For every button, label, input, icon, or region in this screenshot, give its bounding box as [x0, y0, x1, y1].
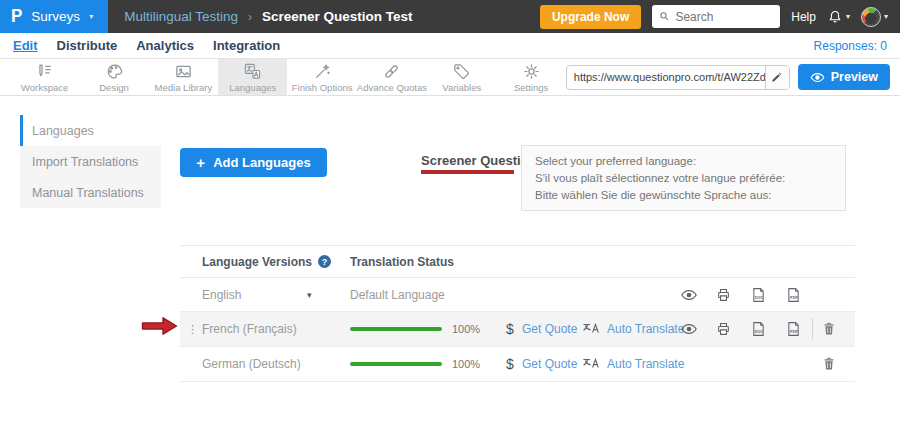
toolbar-item-settings[interactable]: Settings: [496, 59, 565, 95]
svg-text:PDF: PDF: [790, 294, 798, 299]
svg-text:PDF: PDF: [790, 329, 798, 334]
language-name: German (Deutsch): [202, 357, 301, 371]
tag-icon: [452, 62, 471, 81]
languages-page: Languages Import Translations Manual Tra…: [0, 96, 900, 440]
questionpro-logo: P: [11, 6, 22, 27]
toolbar-item-workspace[interactable]: Workspace: [10, 59, 79, 95]
preview-button[interactable]: Preview: [798, 64, 890, 90]
print-icon[interactable]: [715, 286, 732, 303]
translation-progress-bar: [350, 362, 442, 366]
translate-icon[interactable]: [582, 357, 602, 372]
design-palette-icon: [105, 62, 124, 81]
breadcrumb: Multilingual Testing › Screener Question…: [124, 9, 412, 24]
get-quote-link[interactable]: Get Quote: [522, 322, 577, 336]
translate-icon[interactable]: [582, 322, 602, 337]
export-pdf-icon[interactable]: PDF: [785, 320, 802, 338]
breadcrumb-survey-name: Screener Question Test: [262, 9, 413, 24]
svg-text:DOC: DOC: [755, 294, 764, 299]
help-question-icon[interactable]: ?: [318, 255, 331, 268]
sidebar-item-languages[interactable]: Languages: [20, 115, 161, 146]
toolbar-item-finish-options[interactable]: Finish Options: [287, 59, 356, 95]
table-row-french: ⋮⋮ French (Français) 100% $ Get Quote Au…: [180, 312, 855, 347]
product-name: Surveys: [31, 9, 80, 24]
breadcrumb-survey-folder[interactable]: Multilingual Testing: [124, 9, 238, 24]
dollar-icon[interactable]: $: [506, 356, 514, 372]
chevron-down-icon[interactable]: ▾: [307, 290, 312, 300]
svg-text:DOC: DOC: [755, 329, 764, 334]
bell-icon: [827, 9, 843, 25]
auto-translate-link[interactable]: Auto Translate: [607, 357, 684, 371]
toolbar-item-variables[interactable]: Variables: [427, 59, 496, 95]
prompt-line-fr: S'il vous plaît sélectionnez votre langu…: [535, 170, 832, 187]
get-quote-link[interactable]: Get Quote: [522, 357, 577, 371]
tab-analytics[interactable]: Analytics: [136, 38, 194, 53]
languages-icon: [243, 62, 262, 81]
gear-icon: [522, 62, 541, 81]
table-row-english: English ▾ Default Language DOC PDF: [180, 278, 855, 312]
red-underline-annotation: [421, 170, 514, 174]
eye-icon: [810, 71, 825, 84]
magic-wand-icon: [313, 62, 332, 81]
translation-progress-bar: [350, 327, 442, 331]
responses-count[interactable]: Responses: 0: [814, 39, 887, 53]
default-language-label: Default Language: [350, 288, 445, 302]
toolbar-item-media-library[interactable]: Media Library: [149, 59, 218, 95]
export-doc-icon[interactable]: DOC: [750, 286, 767, 304]
toolbar-item-languages[interactable]: Languages: [218, 59, 287, 95]
edit-toolbar: Workspace Design Media Library: [0, 59, 900, 96]
tab-integration[interactable]: Integration: [213, 38, 280, 53]
translation-percent: 100%: [452, 323, 480, 335]
chevron-down-icon: ▾: [89, 13, 93, 21]
avatar: [861, 7, 881, 27]
chevron-down-icon: ▾: [846, 13, 850, 21]
language-select-preview: Select your preferred language: S'il vou…: [521, 145, 846, 211]
preview-language-icon[interactable]: [680, 288, 698, 302]
language-name[interactable]: English: [202, 288, 241, 302]
prompt-line-de: Bitte wählen Sie die gewünschte Sprache …: [535, 187, 832, 204]
survey-url[interactable]: https://www.questionpro.com/t/AW22Zd50: [567, 71, 765, 83]
dollar-icon[interactable]: $: [506, 321, 514, 337]
add-languages-button[interactable]: + Add Languages: [180, 148, 327, 177]
column-translation-status: Translation Status: [350, 255, 454, 269]
sidebar-item-manual-translations[interactable]: Manual Translations: [20, 177, 161, 208]
edit-url-button[interactable]: [765, 66, 789, 89]
auto-translate-link[interactable]: Auto Translate: [607, 322, 684, 336]
global-search[interactable]: [652, 5, 780, 28]
toolbar-item-advance-quotas[interactable]: Advance Quotas: [357, 59, 427, 95]
translation-percent: 100%: [452, 358, 480, 370]
print-icon[interactable]: [715, 321, 732, 338]
upgrade-now-button[interactable]: Upgrade Now: [540, 5, 641, 29]
tab-distribute[interactable]: Distribute: [57, 38, 118, 53]
chain-links-icon: [382, 62, 401, 81]
export-pdf-icon[interactable]: PDF: [785, 286, 802, 304]
surveys-product-menu[interactable]: P Surveys ▾: [0, 0, 108, 33]
notifications-menu[interactable]: ▾: [827, 9, 850, 25]
column-language-versions: Language Versions: [202, 255, 312, 269]
tab-edit[interactable]: Edit: [13, 38, 38, 53]
top-header: P Surveys ▾ Multilingual Testing › Scree…: [0, 0, 900, 33]
preview-language-icon[interactable]: [680, 322, 698, 336]
questionpro-app: P Surveys ▾ Multilingual Testing › Scree…: [0, 0, 900, 440]
chevron-down-icon: ▾: [884, 13, 888, 21]
divider: [812, 318, 813, 340]
delete-language-icon[interactable]: [821, 355, 837, 373]
media-library-icon: [174, 62, 193, 81]
delete-language-icon[interactable]: [821, 320, 837, 338]
workspace-icon: [35, 62, 54, 81]
toolbar-item-design[interactable]: Design: [79, 59, 148, 95]
sidebar-item-import-translations[interactable]: Import Translations: [20, 146, 161, 177]
prompt-line-en: Select your preferred language:: [535, 153, 832, 170]
toolbar-right: https://www.questionpro.com/t/AW22Zd50 P…: [566, 59, 900, 95]
language-name: French (Français): [202, 322, 297, 336]
help-link[interactable]: Help: [791, 10, 816, 24]
account-menu[interactable]: ▾: [861, 7, 888, 27]
search-input[interactable]: [675, 10, 773, 24]
export-doc-icon[interactable]: DOC: [750, 320, 767, 338]
languages-sidebar: Languages Import Translations Manual Tra…: [20, 115, 161, 208]
survey-url-field[interactable]: https://www.questionpro.com/t/AW22Zd50: [566, 65, 790, 90]
plus-icon: +: [196, 154, 205, 171]
breadcrumb-separator-icon: ›: [248, 10, 252, 24]
red-arrow-annotation: [141, 315, 178, 337]
search-icon: [659, 10, 670, 23]
survey-nav: Edit Distribute Analytics Integration Re…: [0, 33, 900, 59]
